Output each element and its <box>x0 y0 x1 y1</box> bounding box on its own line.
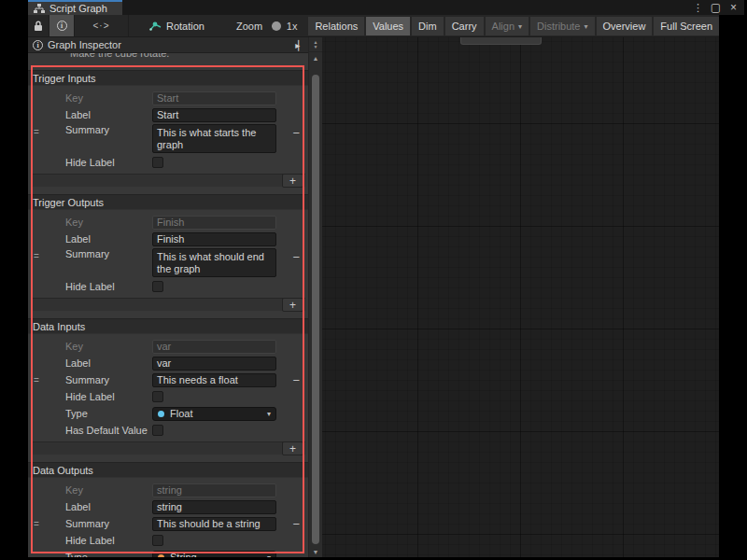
field-label: Summary <box>65 374 152 385</box>
label-field[interactable]: Finish <box>152 232 276 246</box>
hide-label-checkbox[interactable] <box>152 157 163 168</box>
expand-panel-icon[interactable]: ▸▏ <box>295 40 303 50</box>
type-dropdown[interactable]: String▾ <box>152 551 276 558</box>
toolbar-button-align[interactable]: Align▾ <box>486 17 529 35</box>
section-header: Trigger Outputs <box>28 194 308 210</box>
summary-field[interactable]: This is what starts the graph <box>152 124 276 153</box>
remove-item-button[interactable]: − <box>292 127 300 139</box>
close-icon[interactable]: × <box>726 1 740 14</box>
graph-description-text: Make the cube rotate. <box>70 53 169 59</box>
hide-label-checkbox[interactable] <box>152 281 163 292</box>
section-title: Trigger Inputs <box>33 73 95 84</box>
rotation-label: Rotation <box>166 21 204 32</box>
graph-canvas[interactable] <box>322 37 719 557</box>
inspector-row: LabelStart <box>28 107 308 122</box>
field-label: Has Default Value <box>65 425 152 436</box>
toolbar-button-group: RelationsValuesDimCarryAlign▾Distribute▾… <box>308 17 719 35</box>
field-label: Summary <box>65 518 152 529</box>
inspector-toggle-button[interactable]: i <box>49 15 75 36</box>
key-field[interactable]: Finish <box>152 216 276 230</box>
align-dropdown-stub <box>460 37 542 45</box>
label-field[interactable]: var <box>152 357 276 371</box>
summary-field[interactable]: This should be a string <box>152 517 276 531</box>
add-item-button[interactable]: + <box>282 441 303 455</box>
inspector-row: =SummaryThis is what starts the graph− <box>28 124 308 153</box>
drag-handle-icon[interactable]: = <box>34 127 39 137</box>
inspector-scrollbar[interactable]: ▲ ▼ ▲ ▼ <box>308 37 322 557</box>
graph-inspector-title: Graph Inspector <box>48 39 121 50</box>
toolbar-button-label: Dim <box>418 21 437 32</box>
summary-field[interactable]: This needs a float <box>152 373 276 387</box>
remove-item-button[interactable]: − <box>292 251 300 263</box>
toolbar-button-label: Values <box>373 21 403 32</box>
toolbar-button-relations[interactable]: Relations <box>308 17 364 35</box>
list-footer: + <box>31 174 305 187</box>
toolbar-button-full-screen[interactable]: Full Screen <box>654 17 719 35</box>
zoom-label: Zoom <box>236 21 262 32</box>
chevron-down-icon: ▾ <box>518 22 522 31</box>
code-view-button[interactable]: <·> <box>75 15 129 36</box>
toolbar-button-dim[interactable]: Dim <box>412 17 444 35</box>
inspector-section-trigger-inputs: Trigger InputsKeyStartLabelStart=Summary… <box>28 70 308 187</box>
zoom-slider-knob[interactable] <box>272 21 281 31</box>
scroll-stepper[interactable]: ▲ ▼ <box>309 37 322 52</box>
lock-button[interactable] <box>28 15 49 36</box>
inspector-row: KeyFinish <box>28 215 308 230</box>
drag-handle-icon[interactable]: = <box>34 375 39 385</box>
hide-label-checkbox[interactable] <box>152 535 163 546</box>
section-header: Data Outputs <box>28 462 308 478</box>
chevron-down-icon: ▾ <box>585 22 588 31</box>
field-label: Label <box>65 501 152 512</box>
section-rows: KeyFinishLabelFinish=SummaryThis is what… <box>28 210 308 294</box>
toolbar-button-values[interactable]: Values <box>366 17 410 35</box>
dropdown-value: Float <box>170 408 192 419</box>
field-label: Summary <box>65 124 152 135</box>
summary-field[interactable]: This is what should end the graph <box>152 248 276 277</box>
rotation-button[interactable]: Rotation <box>142 17 212 35</box>
add-item-button[interactable]: + <box>282 174 303 188</box>
key-field[interactable]: string <box>152 483 276 497</box>
toolbar-left-group: i <·> <box>28 15 129 36</box>
section-title: Data Inputs <box>33 321 85 332</box>
add-item-button[interactable]: + <box>282 298 303 312</box>
inspector-row: =SummaryThis should be a string− <box>28 516 308 531</box>
drag-handle-icon[interactable]: = <box>34 251 39 261</box>
scroll-down-icon[interactable]: ▼ <box>309 546 322 557</box>
field-label: Key <box>65 484 152 496</box>
label-field[interactable]: Start <box>152 108 276 122</box>
stepper-down-icon[interactable]: ▼ <box>314 45 318 49</box>
field-label: Label <box>65 109 152 120</box>
graph-inspector-panel: i Graph Inspector ▸▏ Make the cube rotat… <box>28 37 322 557</box>
inspector-row: =SummaryThis needs a float− <box>28 372 308 387</box>
remove-item-button[interactable]: − <box>292 518 300 530</box>
toolbar-button-label: Full Screen <box>660 21 712 32</box>
lock-icon <box>34 21 43 31</box>
toolbar-button-overview[interactable]: Overview <box>597 17 653 35</box>
maximize-icon[interactable]: ▢ <box>709 1 723 14</box>
inspector-row: Has Default Value <box>28 423 308 438</box>
toolbar-button-label: Distribute <box>537 21 580 32</box>
inspector-section-trigger-outputs: Trigger OutputsKeyFinishLabelFinish=Summ… <box>28 194 308 311</box>
scrollbar-thumb[interactable] <box>312 75 319 544</box>
hide-label-checkbox[interactable] <box>152 391 163 402</box>
zoom-slider[interactable] <box>272 21 280 31</box>
inspector-row: KeyStart <box>28 91 308 105</box>
tab-script-graph[interactable]: Script Graph <box>28 0 122 15</box>
toolbar-button-carry[interactable]: Carry <box>445 17 484 35</box>
drag-handle-icon[interactable]: = <box>34 519 39 529</box>
key-field[interactable]: Start <box>152 91 276 105</box>
chevron-down-icon: ▾ <box>267 410 271 418</box>
inspector-section-data-outputs: Data OutputsKeystringLabelstring=Summary… <box>28 462 308 557</box>
label-field[interactable]: string <box>152 500 276 514</box>
type-dropdown[interactable]: Float▾ <box>152 407 276 421</box>
unity-editor-background: { "window": { "tab_title": "Script Graph… <box>0 0 747 560</box>
has-default-value-checkbox[interactable] <box>152 425 163 436</box>
menu-kebab-icon[interactable]: ⋮ <box>691 1 705 14</box>
remove-item-button[interactable]: − <box>292 374 300 386</box>
key-field[interactable]: var <box>152 340 276 354</box>
scroll-up-icon[interactable]: ▲ <box>309 52 322 63</box>
graph-inspector-header[interactable]: i Graph Inspector ▸▏ <box>28 37 308 53</box>
field-label: Key <box>65 341 152 352</box>
toolbar-button-distribute[interactable]: Distribute▾ <box>530 17 594 35</box>
scrollbar-track[interactable] <box>311 75 320 546</box>
